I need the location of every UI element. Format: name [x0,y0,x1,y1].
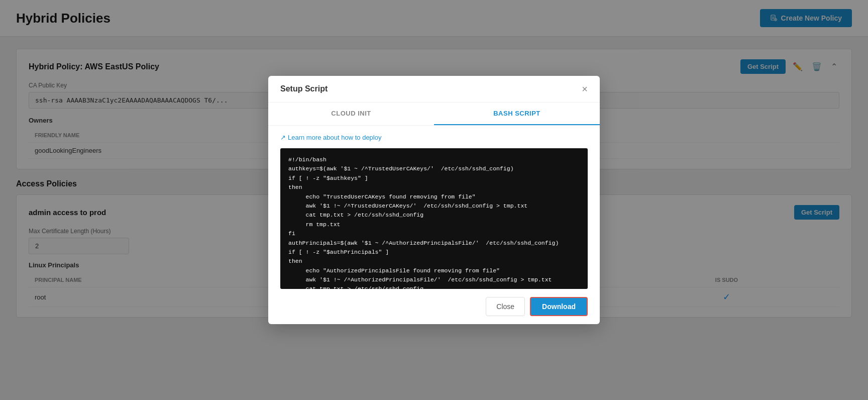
tab-bash-script[interactable]: BASH SCRIPT [434,103,600,125]
modal-download-btn[interactable]: Download [530,297,588,316]
setup-script-modal: Setup Script × CLOUD INIT BASH SCRIPT ↗ … [268,76,600,324]
external-link-icon: ↗ [280,134,286,141]
modal-close-button[interactable]: × [582,84,588,94]
modal-footer: Close Download [268,289,600,324]
learn-more-text: Learn more about how to deploy [288,134,381,141]
modal-header: Setup Script × [268,76,600,103]
tab-cloud-init[interactable]: CLOUD INIT [268,103,434,125]
modal-tabs: CLOUD INIT BASH SCRIPT [268,103,600,126]
learn-more-link[interactable]: ↗ Learn more about how to deploy [280,134,588,141]
script-code-block[interactable]: #!/bin/bash authkeys=$(awk '$1 ~ /^Trust… [280,148,588,289]
modal-close-btn[interactable]: Close [486,297,525,316]
modal-body: ↗ Learn more about how to deploy #!/bin/… [268,126,600,289]
modal-overlay[interactable]: Setup Script × CLOUD INIT BASH SCRIPT ↗ … [0,0,868,400]
modal-title: Setup Script [280,84,328,93]
